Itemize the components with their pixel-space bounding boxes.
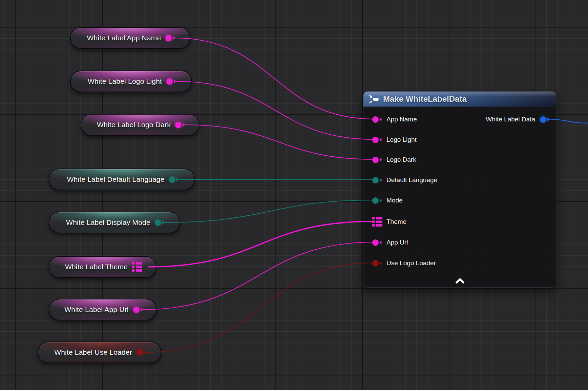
pin-icon[interactable] xyxy=(372,177,382,183)
make-whitelabeldata-node[interactable]: Make WhiteLabelDataApp NameLogo LightLog… xyxy=(363,91,556,288)
pin-wedge-icon xyxy=(176,177,179,181)
pin-circle[interactable] xyxy=(169,176,175,183)
pin-wedge-icon xyxy=(144,350,147,354)
pin-wedge-icon xyxy=(380,117,382,121)
variable-node-white-label-app-name[interactable]: White Label App Name xyxy=(70,27,190,49)
input-pin-row-logo-light[interactable]: Logo Light xyxy=(372,134,417,145)
pin-circle[interactable] xyxy=(165,35,172,41)
variable-node-label: White Label Use Loader xyxy=(54,348,132,356)
pin-circle[interactable] xyxy=(372,177,379,183)
pin-wedge-icon xyxy=(380,240,382,245)
variable-node-white-label-theme[interactable]: White Label Theme xyxy=(49,256,156,278)
node-header[interactable]: Make WhiteLabelData xyxy=(363,92,556,107)
blueprint-graph-canvas[interactable]: White Label App NameWhite Label Logo Lig… xyxy=(0,0,588,390)
chevron-up-icon xyxy=(455,278,465,284)
pin-icon[interactable] xyxy=(372,260,382,267)
pin-circle[interactable] xyxy=(133,307,140,313)
variable-node-label: White Label Logo Light xyxy=(88,77,162,85)
variable-node-label: White Label App Name xyxy=(87,34,161,42)
output-pin-row-white-label-data[interactable]: White Label Data xyxy=(486,114,550,125)
input-pin-label: Use Logo Loader xyxy=(386,259,436,267)
pin-wedge-icon xyxy=(174,79,176,83)
input-pin-label: Mode xyxy=(386,197,403,204)
input-pin-row-app-url[interactable]: App Url xyxy=(372,237,408,248)
variable-node-label: White Label Theme xyxy=(65,263,128,271)
pin-wedge-icon xyxy=(380,158,382,162)
pin-icon[interactable] xyxy=(136,349,147,356)
input-pin-label: Theme xyxy=(386,218,406,226)
variable-node-label: White Label Logo Dark xyxy=(97,121,171,129)
input-pin-row-logo-dark[interactable]: Logo Dark xyxy=(372,154,416,165)
pin-icon[interactable] xyxy=(155,219,165,226)
wire-display-mode[interactable] xyxy=(165,200,375,222)
wire-logo-light[interactable] xyxy=(176,81,375,139)
input-pin-label: Logo Dark xyxy=(386,156,416,163)
struct-pin-icon[interactable] xyxy=(132,262,142,272)
input-pin-row-mode[interactable]: Mode xyxy=(372,195,403,206)
pin-icon[interactable] xyxy=(169,176,179,183)
input-pin-label: App Name xyxy=(386,116,417,123)
wire-default-language[interactable] xyxy=(180,179,375,180)
struct-pin-icon-wrap[interactable] xyxy=(132,262,142,272)
pin-wedge-icon xyxy=(380,261,382,265)
variable-node-white-label-logo-dark[interactable]: White Label Logo Dark xyxy=(81,114,200,136)
wire-app-url[interactable] xyxy=(142,242,375,310)
pin-wedge-icon xyxy=(380,138,382,142)
input-pin-row-default-language[interactable]: Default Language xyxy=(372,174,437,186)
pin-circle[interactable] xyxy=(372,260,379,267)
pin-wedge-icon xyxy=(380,198,382,202)
input-pin-label: Default Language xyxy=(386,176,437,184)
variable-node-label: White Label Display Mode xyxy=(66,218,150,227)
pin-icon[interactable] xyxy=(166,78,176,85)
node-title: Make WhiteLabelData xyxy=(383,94,467,104)
wire-logo-dark[interactable] xyxy=(184,125,375,159)
input-pin-row-theme[interactable]: Theme xyxy=(372,216,406,228)
pin-circle[interactable] xyxy=(175,122,182,128)
pin-circle[interactable] xyxy=(155,219,161,226)
variable-node-white-label-display-mode[interactable]: White Label Display Mode xyxy=(49,212,180,233)
pin-icon[interactable] xyxy=(165,35,175,41)
variable-node-white-label-logo-light[interactable]: White Label Logo Light xyxy=(70,71,192,92)
input-pin-row-use-logo-loader[interactable]: Use Logo Loader xyxy=(372,257,436,269)
wire-use-loader[interactable] xyxy=(146,263,375,352)
pin-circle[interactable] xyxy=(136,349,143,356)
variable-node-white-label-app-url[interactable]: White Label App Url xyxy=(49,299,157,320)
variable-node-label: White Label App Url xyxy=(64,306,128,314)
struct-pin-icon[interactable] xyxy=(372,217,382,227)
output-pin-label: White Label Data xyxy=(486,116,535,123)
pin-wedge-icon xyxy=(380,178,382,182)
variable-node-label: White Label Default Language xyxy=(67,175,164,183)
collapse-node-button[interactable] xyxy=(453,276,467,285)
input-pin-row-app-name[interactable]: App Name xyxy=(372,114,417,125)
pin-circle[interactable] xyxy=(166,78,173,85)
input-pin-label: App Url xyxy=(386,239,408,246)
wire-theme[interactable] xyxy=(148,221,373,267)
variable-node-white-label-default-language[interactable]: White Label Default Language xyxy=(49,169,195,190)
struct-pin-icon-wrap[interactable] xyxy=(372,217,382,227)
pin-wedge-icon xyxy=(162,220,165,225)
make-struct-icon xyxy=(369,95,379,104)
variable-node-white-label-use-loader[interactable]: White Label Use Loader xyxy=(38,342,161,363)
input-pin-label: Logo Light xyxy=(386,136,417,143)
wire-app-name[interactable] xyxy=(174,38,375,119)
